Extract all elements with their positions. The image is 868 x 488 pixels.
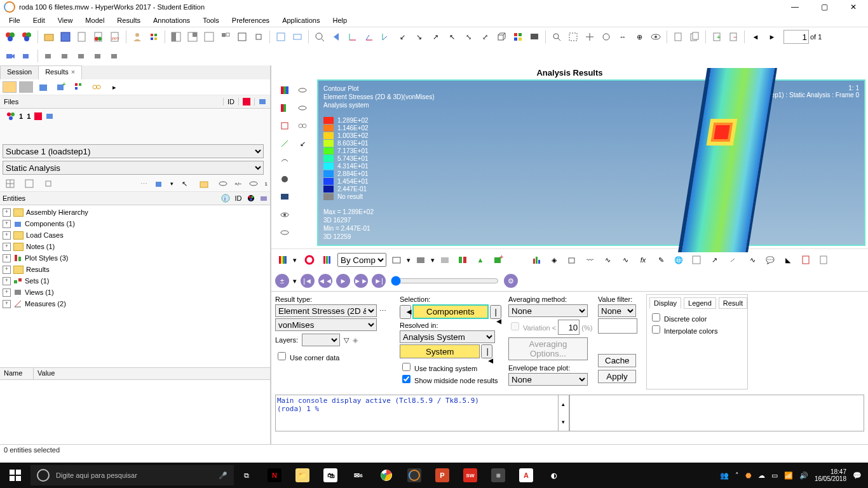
- filter-icon[interactable]: ▽: [344, 336, 349, 344]
- note-icon[interactable]: [689, 252, 704, 268]
- eye-tool-2[interactable]: [276, 224, 293, 241]
- axis-icon-8[interactable]: ⤡: [461, 29, 476, 44]
- axis-yz-icon[interactable]: [378, 29, 393, 44]
- mesh2-icon[interactable]: [22, 176, 37, 191]
- measure-icon[interactable]: ↗: [707, 252, 722, 268]
- fit-icon[interactable]: [312, 29, 327, 44]
- layers-select[interactable]: [302, 334, 340, 346]
- window-icon-2[interactable]: [290, 29, 305, 44]
- page-next-icon[interactable]: ►: [764, 29, 780, 44]
- deform-tool-icon[interactable]: [276, 153, 293, 170]
- menu-applications[interactable]: Applications: [276, 15, 326, 25]
- filter-select[interactable]: None: [598, 304, 636, 317]
- next-frame-button[interactable]: ►►: [354, 274, 368, 288]
- subcase-select[interactable]: Subcase 1 (loadstep1): [3, 144, 264, 158]
- file-row[interactable]: 1 1: [0, 109, 270, 124]
- midside-checkbox[interactable]: [402, 375, 410, 383]
- pages-icon[interactable]: [687, 29, 702, 44]
- variation-input[interactable]: [558, 320, 580, 335]
- transparent-icon[interactable]: [437, 252, 452, 268]
- iso-cube-icon[interactable]: [151, 176, 166, 191]
- menu-file[interactable]: File: [3, 15, 27, 25]
- tb-autocad[interactable]: A: [513, 463, 539, 488]
- bars-icon[interactable]: [529, 252, 544, 268]
- pan-arrows-icon[interactable]: ↔: [615, 29, 630, 44]
- link-icon[interactable]: [89, 79, 104, 95]
- page-prev-icon[interactable]: ◄: [748, 29, 763, 44]
- monitor-tool-icon[interactable]: [276, 189, 293, 205]
- console-scroll-down[interactable]: ▾: [559, 413, 569, 431]
- eye-tool-4[interactable]: [294, 100, 311, 116]
- prev-frame-button[interactable]: ◄◄: [318, 274, 332, 288]
- tab-legend[interactable]: Legend: [684, 297, 716, 309]
- menu-view[interactable]: View: [51, 15, 79, 25]
- taskbar-search[interactable]: Digite aqui para pesquisar🎤: [31, 465, 234, 485]
- arrow-up-icon[interactable]: ▲: [473, 252, 488, 268]
- start-button[interactable]: [0, 463, 31, 488]
- clients-icon[interactable]: [3, 29, 18, 44]
- mic-icon[interactable]: 🎤: [219, 471, 227, 480]
- layout-icon-3[interactable]: [201, 29, 217, 44]
- cache-button[interactable]: Cache: [598, 354, 636, 367]
- tree-plotstyles[interactable]: +Plot Styles (3): [3, 252, 268, 264]
- component-select[interactable]: vonMises: [275, 318, 377, 331]
- report-icon[interactable]: [798, 252, 813, 268]
- avg-select[interactable]: None: [508, 304, 588, 317]
- cam-icon-2[interactable]: [19, 48, 34, 64]
- palette-icon[interactable]: [146, 29, 161, 44]
- axis-icon-4[interactable]: ↙: [395, 29, 410, 44]
- prev-view-icon[interactable]: [329, 29, 344, 44]
- close-tab-icon[interactable]: ×: [71, 68, 75, 76]
- resolved-select[interactable]: Analysis System: [400, 330, 495, 343]
- tree-loadcases[interactable]: +Load Cases: [3, 229, 268, 241]
- page-add-icon[interactable]: +: [709, 29, 724, 44]
- tab-result[interactable]: Result: [719, 297, 747, 309]
- save-icon[interactable]: [58, 29, 73, 44]
- fx-icon[interactable]: fx: [635, 252, 651, 268]
- iso-cube2-icon[interactable]: ◈: [546, 252, 562, 268]
- system-nav-button[interactable]: |◄: [481, 344, 492, 358]
- page-number-input[interactable]: [783, 30, 809, 44]
- collapse-icon[interactable]: ▸: [107, 79, 122, 95]
- blue-cube-icon[interactable]: [36, 79, 51, 95]
- layout-icon-5[interactable]: [234, 29, 250, 44]
- mesh-shaded-icon[interactable]: [413, 252, 428, 268]
- tb-chrome[interactable]: [374, 463, 399, 488]
- vector-tool-icon[interactable]: [276, 135, 293, 152]
- globe-icon[interactable]: 🌐: [671, 252, 686, 268]
- tb-explorer[interactable]: 📁: [290, 463, 315, 488]
- tray-wifi-icon[interactable]: 📶: [784, 471, 793, 480]
- tb-hyperworks[interactable]: [402, 463, 427, 488]
- selection-next-button[interactable]: |◄: [490, 305, 501, 319]
- cursor-icon[interactable]: ↖: [177, 176, 193, 191]
- file-icon[interactable]: [74, 29, 90, 44]
- cam-icon-3[interactable]: [41, 48, 57, 64]
- menu-help[interactable]: Help: [326, 15, 353, 25]
- tree-results[interactable]: +Results: [3, 264, 268, 275]
- layout-icon-4[interactable]: [218, 29, 233, 44]
- tab-results[interactable]: Results×: [38, 65, 82, 79]
- file-clients-icon[interactable]: [91, 29, 106, 44]
- console-scroll-up[interactable]: ▴: [559, 395, 569, 413]
- mesh-icon[interactable]: [3, 176, 18, 191]
- page-del-icon[interactable]: −: [726, 29, 741, 44]
- split-icon[interactable]: [455, 252, 470, 268]
- palette3-icon[interactable]: [71, 79, 86, 95]
- tray-up-icon[interactable]: ˄: [735, 471, 739, 480]
- eye-tool-3[interactable]: [294, 82, 311, 98]
- apply-button[interactable]: Apply: [598, 370, 636, 383]
- eye-tool-1[interactable]: [276, 207, 293, 223]
- window-icon-1[interactable]: [273, 29, 288, 44]
- open-icon[interactable]: [41, 29, 57, 44]
- menu-results[interactable]: Results: [111, 15, 147, 25]
- pencil-icon[interactable]: ✎: [653, 252, 668, 268]
- tb-app1[interactable]: ⊞: [485, 463, 511, 488]
- clients-icon-2[interactable]: [19, 29, 34, 44]
- tracking-checkbox[interactable]: [402, 363, 410, 371]
- cam-icon-1[interactable]: [3, 48, 18, 64]
- axis-icon-9[interactable]: ⤢: [477, 29, 492, 44]
- maximize-button[interactable]: ▢: [810, 0, 839, 14]
- minimize-button[interactable]: —: [780, 0, 810, 14]
- screen-icon[interactable]: [527, 29, 542, 44]
- tb-store[interactable]: 🛍: [318, 463, 343, 488]
